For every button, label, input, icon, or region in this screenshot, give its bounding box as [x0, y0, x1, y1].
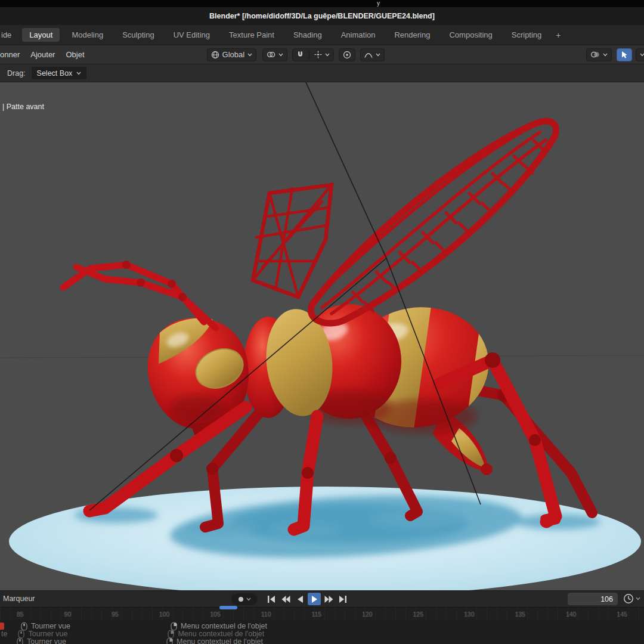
ruler-tick-label: 85 [17, 611, 24, 618]
magnet-icon [296, 51, 304, 58]
tab-compositing[interactable]: Compositing [442, 28, 499, 42]
chevron-down-icon [603, 53, 608, 57]
jump-to-next-keyframe-button[interactable] [322, 593, 335, 605]
ruler-numbers: 85 90 95 100 105 110 115 120 125 130 135… [0, 608, 644, 620]
snapping-group[interactable] [292, 48, 334, 61]
clipped-icon-fragment [0, 623, 4, 630]
near-wing [311, 121, 556, 323]
ruler-tick-label: 145 [617, 611, 627, 618]
timeline-ruler[interactable]: 85 90 95 100 105 110 115 120 125 130 135… [0, 607, 644, 620]
jump-to-prev-keyframe-button[interactable] [279, 593, 292, 605]
clipped-text-fragment: te [1, 630, 7, 638]
tail-tip [481, 463, 493, 475]
snap-target-icon [314, 51, 322, 58]
tab-layout[interactable]: Layout [22, 28, 60, 42]
constraint-lines [89, 82, 481, 510]
tab-modeling[interactable]: Modeling [64, 28, 110, 42]
ruler-tick-label: 105 [210, 611, 221, 618]
menu-objet[interactable]: Objet [60, 50, 89, 59]
timeline-header: Marqueur [0, 590, 644, 607]
title-bar: Blender* [/home/didoff/3D/La guêpe/BLEND… [0, 7, 644, 25]
tab-shading[interactable]: Shading [286, 28, 329, 42]
ruler-tick-label: 140 [566, 611, 577, 618]
tab-scripting[interactable]: Scripting [504, 28, 549, 42]
falloff-curve-icon [364, 51, 373, 58]
mouse-middle-icon [17, 637, 23, 644]
ruler-tick-label: 115 [311, 611, 321, 618]
pivot-point-dropdown[interactable] [262, 48, 287, 61]
falloff-dropdown[interactable] [360, 48, 385, 61]
ruler-tick-label: 95 [112, 611, 119, 618]
ruler-tick-label: 120 [362, 611, 373, 618]
current-frame-value: 106 [600, 595, 613, 603]
time-icon [623, 593, 634, 604]
proportional-edit-icon [343, 51, 351, 59]
auto-key-button[interactable] [231, 593, 258, 605]
tab-rendering[interactable]: Rendering [387, 28, 437, 42]
top-edge-strip: y [0, 0, 644, 7]
tab-texture-paint[interactable]: Texture Paint [222, 28, 281, 42]
play-forward-button[interactable] [308, 593, 321, 605]
chevron-down-icon [246, 597, 251, 601]
auto-key-record-icon [239, 597, 243, 602]
jump-to-start-button[interactable] [265, 593, 278, 605]
separator [309, 51, 309, 59]
drag-label: Drag: [7, 69, 26, 78]
select-tool-icon [621, 51, 628, 59]
far-wing [253, 185, 332, 297]
play-reverse-button[interactable] [293, 593, 306, 605]
pivot-point-icon [267, 51, 275, 58]
ruler-tick-label: 110 [261, 611, 271, 618]
select-box-label: Select Box [37, 69, 73, 78]
chevron-down-icon [640, 53, 644, 57]
add-workspace-button[interactable]: + [551, 30, 565, 40]
overlays-icon [590, 51, 600, 58]
orientation-label: Global [222, 50, 245, 59]
playback-buttons [265, 593, 349, 605]
tab-animation[interactable]: Animation [334, 28, 383, 42]
active-tool-gizmo-button[interactable] [617, 48, 632, 61]
menu-marqueur[interactable]: Marqueur [3, 595, 35, 603]
workspace-tabs-row: ide Layout Modeling Sculpting UV Editing… [0, 25, 644, 45]
menu-select-partial[interactable]: onner [0, 50, 25, 59]
window-title: Blender* [/home/didoff/3D/La guêpe/BLEND… [209, 12, 435, 20]
edge-clipped-text: y [377, 0, 380, 7]
select-box-dropdown[interactable]: Select Box [32, 67, 87, 79]
playback-cluster [231, 593, 349, 605]
jump-to-end-button[interactable] [336, 593, 349, 605]
time-display-toggle[interactable] [623, 593, 640, 604]
blender-window: y Blender* [/home/didoff/3D/La guêpe/BLE… [0, 0, 644, 644]
ruler-tick-label: 90 [64, 611, 72, 618]
chevron-down-icon [636, 597, 640, 600]
hint-rotate-view: Tourner vue [27, 637, 66, 644]
viewport-header: onner Ajouter Objet Global [0, 45, 644, 64]
chevron-down-icon [247, 53, 252, 57]
3d-viewport[interactable]: | Patte avant [0, 82, 644, 590]
menu-help-partial[interactable]: ide [0, 30, 20, 39]
overlays-dropdown[interactable] [586, 48, 612, 61]
ruler-tick-label: 130 [464, 611, 475, 618]
active-object-overlay: | Patte avant [2, 103, 44, 111]
ruler-tick-label: 100 [159, 611, 170, 618]
status-bar: Tourner vue Menu contextuel de l'objet t… [0, 620, 644, 644]
current-frame-field[interactable]: 106 [568, 593, 618, 605]
orientation-globe-icon [211, 51, 219, 59]
wasp-model[interactable] [63, 121, 592, 533]
tool-settings-row: Drag: Select Box [0, 64, 644, 82]
playhead-indicator[interactable] [219, 606, 237, 609]
chevron-down-icon [278, 53, 283, 57]
ruler-tick-label: 135 [515, 611, 525, 618]
hint-context-menu: Menu contextuel de l'objet [177, 637, 263, 644]
chevron-down-icon [376, 53, 380, 57]
tab-sculpting[interactable]: Sculpting [115, 28, 161, 42]
viewport-3d-scene[interactable] [0, 82, 644, 590]
ruler-tick-label: 125 [413, 611, 424, 618]
head [148, 318, 249, 446]
transform-orientation-dropdown[interactable]: Global [207, 48, 257, 61]
gizmo-dropdown-stub[interactable] [636, 48, 644, 61]
proportional-edit-toggle[interactable] [339, 48, 355, 61]
mouse-right-icon [166, 637, 173, 644]
chevron-down-icon [76, 72, 81, 75]
tab-uv-editing[interactable]: UV Editing [166, 28, 217, 42]
menu-ajouter[interactable]: Ajouter [25, 50, 60, 59]
